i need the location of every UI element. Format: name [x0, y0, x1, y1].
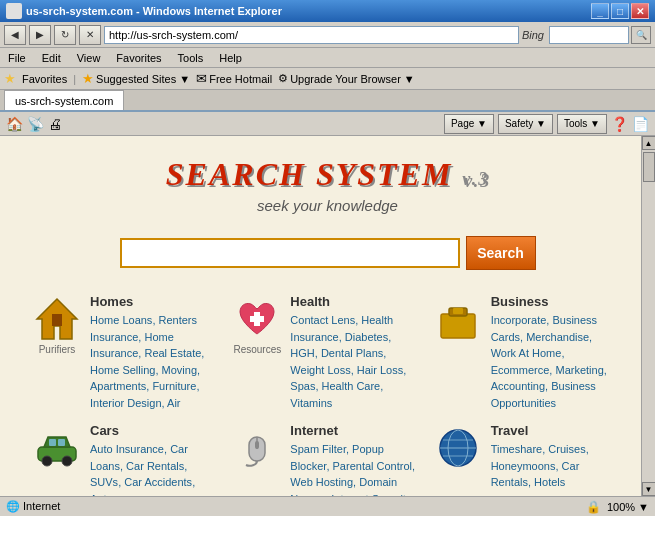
window-title: us-srch-system.com - Windows Internet Ex… [26, 5, 591, 17]
tab-main[interactable]: us-srch-system.com [4, 90, 124, 110]
site-header: SEARCH SYSTEM v.3 seek your knowledge [0, 136, 655, 224]
homes-content: Homes Home Loans, Renters Insurance, Hom… [90, 294, 216, 411]
favorites-star-icon: ★ [4, 71, 16, 86]
lock-icon: 🔒 [586, 500, 601, 514]
category-homes: Purifiers Homes Home Loans, Renters Insu… [24, 288, 224, 417]
menu-help[interactable]: Help [215, 52, 246, 64]
upgrade-browser[interactable]: ⚙ Upgrade Your Browser ▼ [278, 72, 415, 85]
tools-menu-button[interactable]: Tools ▼ [557, 114, 607, 134]
site-version: v.3 [462, 169, 489, 189]
health-content: Health Contact Lens, Health Insurance, D… [290, 294, 416, 411]
address-bar: ◀ ▶ ↻ ✕ Bing 🔍 [0, 22, 655, 48]
status-right: 🔒 100% ▼ [586, 500, 649, 514]
favorites-bar: ★ Favorites | ★ Suggested Sites ▼ ✉ Free… [0, 68, 655, 90]
upgrade-icon: ⚙ [278, 72, 288, 85]
svg-rect-11 [58, 439, 65, 446]
menu-bar: File Edit View Favorites Tools Help [0, 48, 655, 68]
cars-content: Cars Auto Insurance, Car Loans, Car Rent… [90, 423, 216, 496]
health-icon [232, 294, 282, 344]
site-subtitle: seek your knowledge [0, 197, 655, 214]
compatibility-icon[interactable]: 📄 [632, 116, 649, 132]
health-title: Health [290, 294, 416, 309]
menu-view[interactable]: View [73, 52, 105, 64]
health-sublabel: Resources [233, 344, 281, 355]
travel-title: Travel [491, 423, 617, 438]
forward-button[interactable]: ▶ [29, 25, 51, 45]
menu-favorites[interactable]: Favorites [112, 52, 165, 64]
address-input[interactable] [104, 26, 519, 44]
menu-file[interactable]: File [4, 52, 30, 64]
category-travel: Travel Timeshare, Cruises, Honeymoons, C… [425, 417, 625, 496]
main-search-button[interactable]: Search [466, 236, 536, 270]
site-title: SEARCH SYSTEM v.3 [0, 156, 655, 193]
internet-links: Spam Filter, Popup Blocker, Parental Con… [290, 441, 416, 496]
hotmail-icon: ✉ [196, 71, 207, 86]
print-icon[interactable]: 🖨 [48, 116, 62, 132]
refresh-button[interactable]: ↻ [54, 25, 76, 45]
category-cars: Cars Auto Insurance, Car Loans, Car Rent… [24, 417, 224, 496]
stop-button[interactable]: ✕ [79, 25, 101, 45]
bing-search-bar: Bing 🔍 [522, 26, 651, 44]
restore-button[interactable]: □ [611, 3, 629, 19]
svg-rect-10 [49, 439, 56, 446]
bing-search-button[interactable]: 🔍 [631, 26, 651, 44]
content-area: ▲ ▼ SEARCH SYSTEM v.3 seek your knowledg… [0, 136, 655, 496]
cars-title: Cars [90, 423, 216, 438]
svg-rect-6 [453, 308, 463, 314]
internet-icon [232, 423, 282, 473]
zone-icon: 🌐 [6, 500, 20, 512]
svg-point-8 [42, 456, 52, 466]
category-health: Resources Health Contact Lens, Health In… [224, 288, 424, 417]
homes-sublabel: Purifiers [39, 344, 76, 355]
travel-content: Travel Timeshare, Cruises, Honeymoons, C… [491, 423, 617, 491]
cars-links: Auto Insurance, Car Loans, Car Rentals, … [90, 441, 216, 496]
homes-title: Homes [90, 294, 216, 309]
travel-links: Timeshare, Cruises, Honeymoons, Car Rent… [491, 441, 617, 491]
back-button[interactable]: ◀ [4, 25, 26, 45]
scroll-up-button[interactable]: ▲ [642, 136, 656, 150]
home-toolbar-icon[interactable]: 🏠 [6, 116, 23, 132]
minimize-button[interactable]: _ [591, 3, 609, 19]
status-zone: 🌐 Internet [6, 500, 578, 513]
scroll-thumb[interactable] [643, 152, 655, 182]
safety-menu-button[interactable]: Safety ▼ [498, 114, 553, 134]
suggested-sites[interactable]: ★ Suggested Sites ▼ [82, 71, 190, 86]
business-icon [433, 294, 483, 344]
zoom-level[interactable]: 100% ▼ [607, 501, 649, 513]
rss-icon[interactable]: 📡 [27, 116, 44, 132]
menu-edit[interactable]: Edit [38, 52, 65, 64]
page-menu-button[interactable]: Page ▼ [444, 114, 494, 134]
scroll-down-button[interactable]: ▼ [642, 482, 656, 496]
menu-tools[interactable]: Tools [174, 52, 208, 64]
homes-icon [32, 294, 82, 344]
tab-bar: us-srch-system.com [0, 90, 655, 112]
svg-rect-3 [250, 316, 264, 322]
svg-rect-14 [255, 441, 259, 449]
svg-point-9 [62, 456, 72, 466]
health-links: Contact Lens, Health Insurance, Diabetes… [290, 312, 416, 411]
main-search-input[interactable] [120, 238, 460, 268]
toolbar-right: Page ▼ Safety ▼ Tools ▼ ❓ 📄 [444, 114, 649, 134]
favorites-label[interactable]: Favorites [22, 73, 67, 85]
title-bar: us-srch-system.com - Windows Internet Ex… [0, 0, 655, 22]
svg-rect-1 [52, 314, 62, 326]
categories-grid: Purifiers Homes Home Loans, Renters Insu… [14, 288, 635, 496]
search-area: Search [0, 236, 655, 270]
scrollbar[interactable]: ▲ ▼ [641, 136, 655, 496]
internet-title: Internet [290, 423, 416, 438]
free-hotmail[interactable]: ✉ Free Hotmail [196, 71, 272, 86]
travel-icon [433, 423, 483, 473]
suggested-sites-icon: ★ [82, 71, 94, 86]
svg-rect-4 [441, 314, 475, 338]
business-links: Incorporate, Business Cards, Merchandise… [491, 312, 617, 411]
category-internet: Internet Spam Filter, Popup Blocker, Par… [224, 417, 424, 496]
internet-content: Internet Spam Filter, Popup Blocker, Par… [290, 423, 416, 496]
window-controls: _ □ ✕ [591, 3, 649, 19]
category-business: Business Incorporate, Business Cards, Me… [425, 288, 625, 417]
help-icon[interactable]: ❓ [611, 116, 628, 132]
bing-search-input[interactable] [549, 26, 629, 44]
tab-label: us-srch-system.com [15, 95, 113, 107]
business-title: Business [491, 294, 617, 309]
homes-links: Home Loans, Renters Insurance, Home Insu… [90, 312, 216, 411]
close-button[interactable]: ✕ [631, 3, 649, 19]
